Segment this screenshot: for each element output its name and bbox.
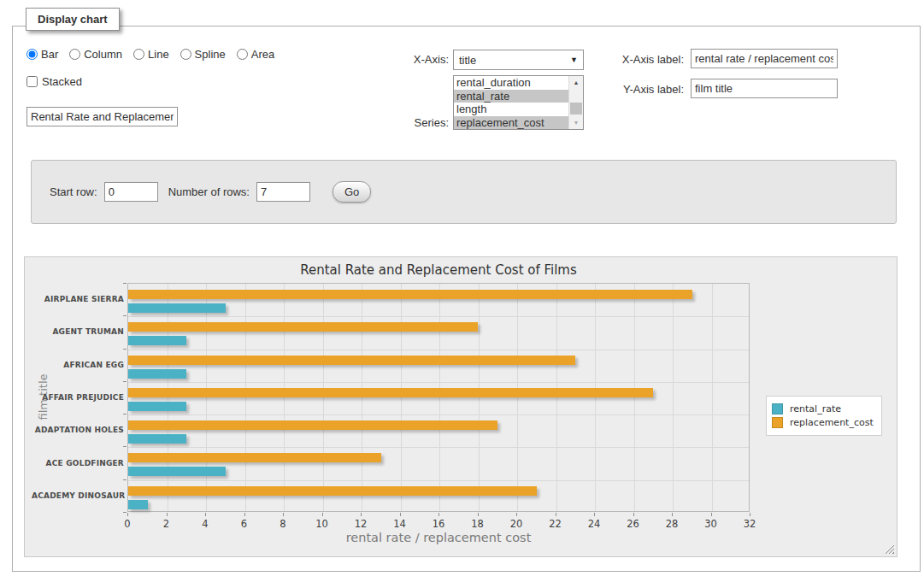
x-axis-select-label: X-Axis: — [372, 53, 449, 66]
x-tick-mark — [438, 513, 439, 516]
x-tick-label: 14 — [387, 518, 413, 530]
chart-type-option-area[interactable]: Area — [237, 48, 274, 61]
y-tick-mark — [123, 315, 127, 316]
gridline — [556, 284, 557, 511]
go-button[interactable]: Go — [333, 181, 371, 203]
chart-type-radio-line[interactable] — [133, 49, 144, 60]
stacked-label: Stacked — [42, 75, 82, 88]
legend-label: replacement_cost — [790, 417, 874, 428]
category-label: ACE GOLDFINGER — [32, 459, 124, 467]
x-axis-label-field-label: X-Axis label: — [598, 53, 684, 66]
y-tick-mark — [123, 414, 127, 414]
stacked-checkbox-row: Stacked — [26, 75, 82, 88]
chart-type-radio-label: Line — [148, 48, 169, 61]
resize-grip-icon[interactable] — [885, 544, 894, 554]
bar-replacement_cost — [128, 290, 692, 299]
bar-rental_rate — [128, 434, 186, 444]
chart-type-radio-bar[interactable] — [26, 49, 38, 60]
bar-replacement_cost — [128, 322, 478, 332]
gridline — [401, 284, 402, 511]
num-rows-input[interactable] — [256, 182, 310, 202]
x-tick-mark — [167, 513, 168, 516]
x-tick-mark — [400, 513, 401, 516]
gridline — [245, 284, 246, 511]
chart-type-option-line[interactable]: Line — [133, 48, 169, 61]
series-option-length[interactable]: length — [454, 103, 568, 116]
chart-type-radio-spline[interactable] — [180, 49, 191, 60]
gridline — [479, 284, 480, 511]
chart-type-radio-column[interactable] — [69, 49, 80, 60]
chart-type-option-column[interactable]: Column — [69, 48, 122, 61]
gridline — [128, 414, 749, 415]
x-tick-mark — [711, 513, 712, 516]
scroll-down-icon[interactable]: ▼ — [569, 116, 583, 129]
plot-area — [127, 283, 750, 512]
gridline — [128, 447, 749, 448]
bar-replacement_cost — [128, 453, 381, 462]
x-tick-mark — [283, 513, 284, 516]
chart-legend: rental_ratereplacement_cost — [766, 396, 882, 436]
chart-title: Rental Rate and Replacement Cost of Film… — [127, 262, 750, 278]
series-options: rental_durationrental_ratelengthreplacem… — [454, 76, 568, 129]
x-axis-select-value: title — [459, 54, 570, 67]
x-tick-label: 28 — [659, 518, 685, 530]
x-tick-mark — [127, 513, 128, 516]
scrollbar-thumb[interactable] — [570, 103, 582, 115]
x-tick-label: 22 — [543, 518, 568, 530]
chart-type-radio-area[interactable] — [237, 49, 248, 60]
bar-rental_rate — [128, 336, 186, 345]
chart-x-axis-title: rental rate / replacement cost — [127, 531, 750, 544]
legend-label: rental_rate — [790, 403, 841, 414]
x-tick-label: 16 — [426, 518, 451, 530]
scroll-up-icon[interactable]: ▲ — [569, 76, 583, 89]
y-tick-mark — [123, 446, 127, 447]
gridline — [673, 284, 674, 511]
x-tick-mark — [633, 513, 634, 516]
y-tick-mark — [123, 479, 127, 480]
chart-type-radio-group: BarColumnLineSplineArea — [26, 48, 274, 61]
series-option-rental_duration[interactable]: rental_duration — [454, 76, 568, 90]
num-rows-label: Number of rows: — [168, 185, 250, 198]
series-multiselect[interactable]: rental_durationrental_ratelengthreplacem… — [453, 75, 584, 130]
stacked-checkbox[interactable] — [26, 76, 38, 87]
x-tick-mark — [556, 513, 556, 516]
y-axis-label-field-label: Y-Axis label: — [598, 83, 684, 96]
chart-container: Rental Rate and Replacement Cost of Film… — [24, 256, 898, 557]
bar-rental_rate — [128, 402, 186, 411]
start-row-input[interactable] — [104, 182, 158, 202]
gridline — [128, 316, 749, 317]
bar-replacement_cost — [128, 388, 653, 397]
y-axis-label-input[interactable] — [691, 79, 838, 98]
bar-rental_rate — [128, 467, 226, 476]
chart-type-radio-label: Area — [251, 48, 274, 61]
gridline — [362, 284, 362, 511]
start-row-label: Start row: — [50, 185, 97, 198]
category-label: AFRICAN EGG — [32, 361, 124, 369]
y-tick-mark — [123, 349, 127, 350]
series-option-rental_rate[interactable]: rental_rate — [454, 90, 568, 103]
gridline — [128, 350, 749, 350]
gridline — [439, 284, 440, 511]
series-option-replacement_cost[interactable]: replacement_cost — [454, 116, 568, 130]
chevron-down-icon: ▼ — [570, 56, 578, 64]
chart-type-option-bar[interactable]: Bar — [26, 48, 58, 61]
gridline — [284, 284, 285, 511]
x-tick-label: 18 — [465, 518, 491, 530]
chart-type-radio-label: Spline — [195, 48, 226, 61]
x-tick-mark — [750, 513, 750, 516]
bar-replacement_cost — [128, 356, 575, 365]
x-axis-label-input[interactable] — [691, 49, 838, 68]
legend-row: rental_rate — [772, 403, 874, 414]
x-tick-label: 2 — [154, 518, 180, 530]
chart-type-radio-label: Column — [84, 48, 122, 61]
category-label: AGENT TRUMAN — [32, 327, 124, 336]
x-tick-mark — [478, 513, 479, 516]
y-tick-mark — [123, 381, 127, 382]
chart-type-option-spline[interactable]: Spline — [180, 48, 226, 61]
x-axis-select[interactable]: title ▼ — [453, 50, 584, 70]
bar-replacement_cost — [128, 420, 497, 430]
chart-title-input[interactable] — [26, 107, 178, 126]
gridline — [517, 284, 518, 511]
series-scrollbar[interactable]: ▲ ▼ — [568, 76, 583, 129]
x-tick-mark — [516, 513, 517, 516]
